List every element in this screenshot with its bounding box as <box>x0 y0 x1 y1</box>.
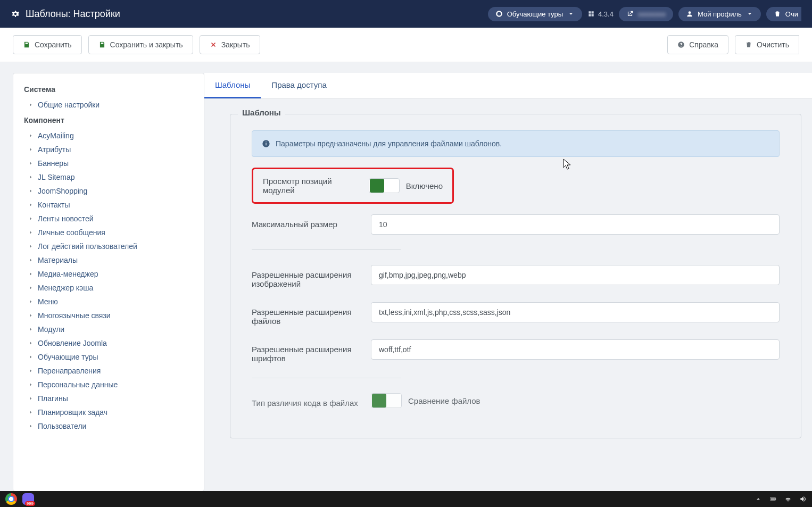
help-button[interactable]: Справка <box>667 35 728 54</box>
font-ext-input[interactable] <box>371 339 780 360</box>
sidebar-component-item-8[interactable]: Лог действий пользователей <box>24 239 193 253</box>
sidebar-component-item-18[interactable]: Персональные данные <box>24 378 193 392</box>
content: Шаблоны Права доступа Шаблоны Параметры … <box>204 73 812 492</box>
gear-icon <box>11 9 20 19</box>
save-label: Сохранить <box>35 40 72 49</box>
sidebar-item-label: Ленты новостей <box>38 214 94 223</box>
sidebar-component-item-10[interactable]: Медиа-менеджер <box>24 267 193 281</box>
sidebar-item-label: Перенаправления <box>38 367 101 375</box>
sidebar-item-label: Материалы <box>38 256 78 264</box>
svg-rect-3 <box>266 142 266 142</box>
topbar-clear[interactable]: Очи <box>766 7 801 21</box>
sidebar-item-label: Общие настройки <box>38 101 100 109</box>
file-ext-label: Разрешенные расширения файлов <box>252 302 358 326</box>
diff-label: Тип различия кода в файлах <box>252 393 358 408</box>
sidebar-component-item-7[interactable]: Личные сообщения <box>24 226 193 239</box>
sidebar-component-item-3[interactable]: JL Sitemap <box>24 170 193 184</box>
sidebar-component-item-17[interactable]: Перенаправления <box>24 364 193 378</box>
info-alert: Параметры предназначены для управления ф… <box>252 130 780 157</box>
chevron-down-icon <box>567 10 575 18</box>
diff-status: Сравнение файлов <box>408 396 480 405</box>
chevron-right-icon <box>28 147 34 152</box>
toolbar: Сохранить Сохранить и закрыть Закрыть Сп… <box>0 28 812 62</box>
sidebar-component-item-1[interactable]: Атрибуты <box>24 143 193 156</box>
sidebar-component-item-21[interactable]: Пользователи <box>24 419 193 433</box>
profile-dropdown[interactable]: Мой профиль <box>678 7 761 21</box>
sidebar-component-item-11[interactable]: Менеджер кэша <box>24 281 193 295</box>
max-size-label: Максимальный размер <box>252 214 358 229</box>
sidebar-component-item-9[interactable]: Материалы <box>24 253 193 267</box>
sidebar-item-label: Обучающие туры <box>38 353 98 361</box>
save-close-button[interactable]: Сохранить и закрыть <box>88 35 193 54</box>
clear-label: Очистить <box>757 40 789 49</box>
sidebar-component-item-13[interactable]: Многоязычные связи <box>24 309 193 322</box>
sidebar-item-label: Модули <box>38 325 64 334</box>
svg-point-0 <box>689 11 691 14</box>
row-max-size: Максимальный размер <box>252 214 780 235</box>
chevron-right-icon <box>28 188 34 194</box>
sidebar-item-label: Планировщик задач <box>38 408 107 417</box>
divider <box>252 378 401 378</box>
tab-permissions[interactable]: Права доступа <box>261 73 337 98</box>
user-icon <box>686 10 693 18</box>
trash-icon <box>745 41 752 48</box>
sidebar-item-label: Контакты <box>38 201 70 209</box>
sidebar-component-item-20[interactable]: Планировщик задач <box>24 405 193 419</box>
help-label: Справка <box>689 40 718 49</box>
page-title: Шаблоны: Настройки <box>11 9 120 20</box>
version-text: 4.3.4 <box>598 10 614 18</box>
chevron-right-icon <box>28 102 34 107</box>
chevron-right-icon <box>28 174 34 180</box>
panel: Шаблоны Параметры предназначены для упра… <box>204 99 812 460</box>
topbar-right: Обучающие туры 4.3.4 xxxxxxxx Мой профил… <box>488 7 801 21</box>
sidebar-component-item-0[interactable]: AcyMailing <box>24 129 193 143</box>
max-size-input[interactable] <box>371 214 780 235</box>
chevron-right-icon <box>28 133 34 138</box>
chevron-right-icon <box>28 327 34 332</box>
clear-button[interactable]: Очистить <box>735 35 799 54</box>
sidebar-item-label: JL Sitemap <box>38 173 75 181</box>
sidebar-component-item-5[interactable]: Контакты <box>24 198 193 212</box>
external-link-icon <box>626 10 634 18</box>
chevron-right-icon <box>28 368 34 373</box>
sidebar-item-label: Баннеры <box>38 159 69 168</box>
sidebar-item-label: Меню <box>38 297 58 306</box>
close-icon <box>210 41 217 48</box>
tab-templates[interactable]: Шаблоны <box>204 73 261 98</box>
switch-knob <box>372 394 386 408</box>
preview-positions-status: Включено <box>406 181 443 190</box>
close-button[interactable]: Закрыть <box>200 35 260 54</box>
chevron-right-icon <box>28 299 34 304</box>
svg-rect-2 <box>266 143 266 146</box>
chevron-right-icon <box>28 244 34 249</box>
chevron-down-icon <box>746 10 753 18</box>
sidebar-component-item-16[interactable]: Обучающие туры <box>24 350 193 364</box>
external-link-pill[interactable]: xxxxxxxx <box>619 7 673 21</box>
sidebar-component-item-2[interactable]: Баннеры <box>24 156 193 170</box>
chevron-right-icon <box>28 396 34 401</box>
tours-dropdown[interactable]: Обучающие туры <box>488 7 582 21</box>
chevron-right-icon <box>28 230 34 235</box>
sidebar-component-item-6[interactable]: Ленты новостей <box>24 212 193 226</box>
sidebar-item-label: Обновление Joomla <box>38 339 107 347</box>
chevron-right-icon <box>28 313 34 318</box>
sidebar-component-item-14[interactable]: Модули <box>24 322 193 336</box>
sidebar-heading-component: Компонент <box>24 116 193 124</box>
sidebar-component-item-12[interactable]: Меню <box>24 295 193 309</box>
sidebar-component-item-19[interactable]: Плагины <box>24 392 193 405</box>
image-ext-input[interactable] <box>371 265 780 285</box>
chevron-right-icon <box>28 410 34 415</box>
trash-icon <box>774 10 781 18</box>
sidebar-component-item-15[interactable]: Обновление Joomla <box>24 336 193 350</box>
topbar-clear-label: Очи <box>785 10 798 18</box>
sidebar-heading-system: Система <box>24 85 193 94</box>
file-ext-input[interactable] <box>371 302 780 322</box>
main: Система Общие настройки Компонент AcyMai… <box>0 62 812 492</box>
save-button[interactable]: Сохранить <box>13 35 82 54</box>
diff-switch[interactable] <box>371 393 402 408</box>
page-title-text: Шаблоны: Настройки <box>26 9 120 20</box>
sidebar-system-item-0[interactable]: Общие настройки <box>24 98 193 112</box>
sidebar-item-label: Многоязычные связи <box>38 311 111 320</box>
sidebar-component-item-4[interactable]: JoomShopping <box>24 184 193 198</box>
preview-positions-switch[interactable] <box>369 178 400 193</box>
